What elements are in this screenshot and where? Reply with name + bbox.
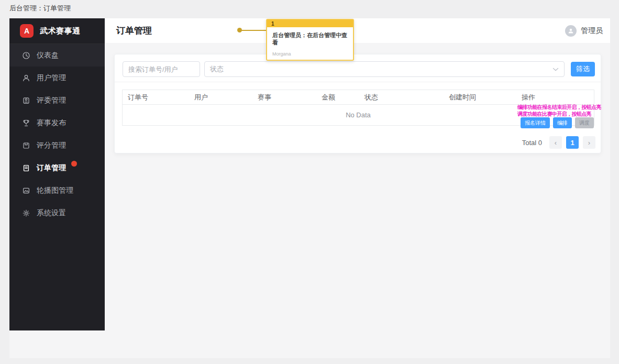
col-header-order-no: 订单号 (123, 93, 189, 102)
orders-table: 订单号 用户 赛事 金额 状态 创建时间 操作 No Data 编排功能在报名结… (122, 90, 594, 126)
search-input[interactable] (123, 61, 200, 77)
status-select[interactable]: 状态 (204, 61, 565, 77)
chevron-down-icon (552, 68, 559, 71)
notification-dot (71, 161, 77, 167)
annotation-card-header: 1 (267, 20, 353, 27)
sidebar-item-label: 评分管理 (37, 141, 66, 150)
table-header-row: 订单号 用户 赛事 金额 状态 创建时间 操作 (123, 90, 594, 105)
col-header-status: 状态 (359, 93, 444, 102)
user-icon (22, 74, 30, 82)
note-line-1: 编排功能在报名结束后开启，按钮点亮 (517, 104, 619, 111)
annotation-connector-line (241, 30, 266, 31)
carousel-image-icon (22, 186, 30, 195)
order-document-icon (22, 164, 30, 172)
sidebar-item-label: 用户管理 (37, 73, 66, 83)
pagination-page-1[interactable]: 1 (566, 136, 579, 149)
sidebar-item-scoring[interactable]: 评分管理 (9, 134, 105, 157)
score-save-icon (22, 141, 30, 150)
note-line-2: 调度功能在比赛中开启，按钮点亮 (517, 111, 619, 117)
sidebar-item-label: 赛事发布 (37, 118, 66, 128)
sidebar-item-label: 系统设置 (37, 208, 66, 218)
window-title: 后台管理：订单管理 (9, 4, 71, 13)
pagination: Total 0 ‹ 1 › (522, 136, 595, 149)
pagination-next-button[interactable]: › (583, 136, 595, 149)
col-header-user: 用户 (189, 93, 252, 102)
filter-bar: 状态 筛选 (115, 54, 601, 82)
sidebar: A 武术赛事通 仪表盘 用户管理 评委管理 (9, 18, 105, 330)
sidebar-item-judges[interactable]: 评委管理 (9, 89, 105, 112)
annotation-author: Morgana (272, 51, 291, 57)
col-header-amount: 金额 (316, 93, 359, 102)
table-body: No Data 编排功能在报名结束后开启，按钮点亮 调度功能在比赛中开启，按钮点… (123, 105, 594, 125)
brand: A 武术赛事通 (9, 18, 105, 44)
content-header: 订单管理 管理员 (105, 18, 610, 43)
sidebar-item-label: 评委管理 (37, 96, 66, 105)
pagination-prev-button[interactable]: ‹ (549, 136, 562, 149)
user-menu[interactable]: 管理员 (565, 25, 603, 37)
pagination-total: Total 0 (522, 139, 542, 147)
arrange-button[interactable]: 编排 (553, 117, 572, 128)
user-name: 管理员 (581, 26, 603, 36)
judge-badge-icon (22, 96, 30, 105)
sidebar-item-carousel[interactable]: 轮播图管理 (9, 179, 105, 202)
col-header-created: 创建时间 (444, 93, 516, 102)
sidebar-item-events[interactable]: 赛事发布 (9, 112, 105, 134)
page-title: 订单管理 (116, 25, 152, 37)
brand-name: 武术赛事通 (40, 26, 81, 36)
annotation-index: 1 (271, 21, 274, 27)
sidebar-item-label: 轮播图管理 (37, 186, 73, 195)
brand-logo: A (20, 24, 34, 38)
signup-detail-button[interactable]: 报名详情 (521, 117, 550, 128)
annotation-text: 后台管理员：在后台管理中查看 (267, 27, 353, 46)
trophy-icon (22, 119, 30, 127)
dashboard-icon (22, 51, 30, 60)
user-avatar-icon (565, 25, 577, 37)
status-select-placeholder: 状态 (210, 64, 224, 74)
col-header-event: 赛事 (252, 93, 316, 102)
sidebar-item-dashboard[interactable]: 仪表盘 (9, 44, 105, 67)
sidebar-item-users[interactable]: 用户管理 (9, 67, 105, 89)
sidebar-item-label: 订单管理 (37, 163, 66, 173)
app-frame: A 武术赛事通 仪表盘 用户管理 评委管理 (9, 18, 610, 358)
row-action-buttons: 报名详情 编排 调度 (521, 117, 594, 128)
annotation-card[interactable]: 1 后台管理员：在后台管理中查看 Morgana (266, 19, 354, 61)
sidebar-item-orders[interactable]: 订单管理 (9, 157, 105, 179)
sidebar-item-label: 仪表盘 (37, 51, 59, 60)
sidebar-menu: 仪表盘 用户管理 评委管理 赛事发布 (9, 44, 105, 224)
filter-button[interactable]: 筛选 (571, 62, 595, 76)
sidebar-item-settings[interactable]: 系统设置 (9, 202, 105, 224)
settings-gear-icon (22, 209, 30, 217)
annotation-note-magenta: 编排功能在报名结束后开启，按钮点亮 调度功能在比赛中开启，按钮点亮 (517, 104, 619, 117)
col-header-actions: 操作 (516, 93, 594, 102)
dispatch-button[interactable]: 调度 (575, 117, 594, 128)
orders-card: 状态 筛选 订单号 用户 赛事 金额 状态 创建时间 操作 No Data 编排… (114, 54, 601, 153)
